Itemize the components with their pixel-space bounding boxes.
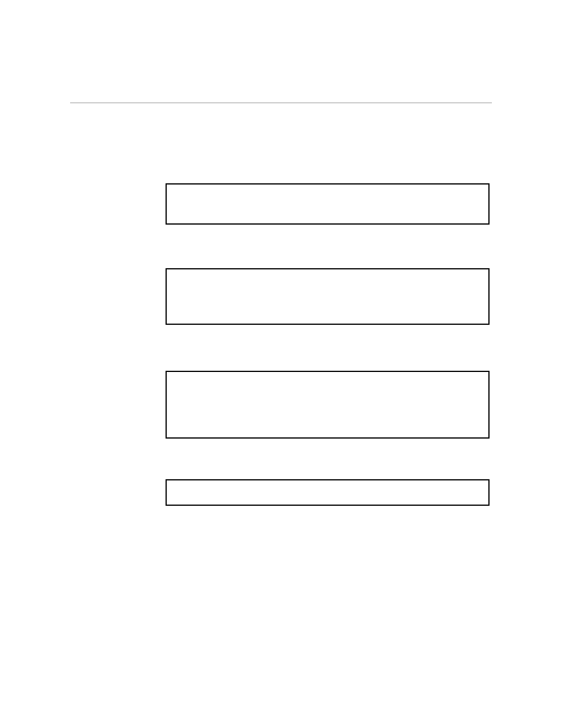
content-box-1: [166, 183, 490, 225]
horizontal-divider: [70, 103, 492, 103]
content-box-4: [166, 479, 490, 506]
content-box-3: [166, 371, 490, 439]
content-box-2: [166, 268, 490, 325]
